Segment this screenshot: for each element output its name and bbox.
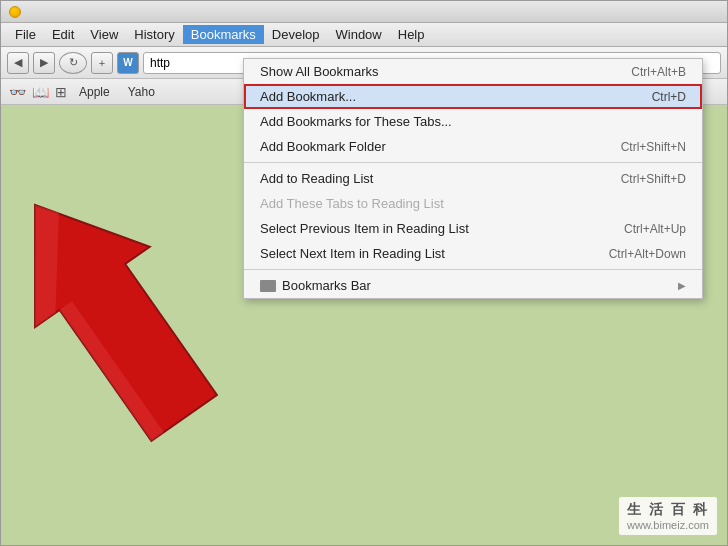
add-bookmark-label: Add Bookmark... — [260, 89, 356, 104]
menu-show-all-bookmarks[interactable]: Show All Bookmarks Ctrl+Alt+B — [244, 59, 702, 84]
select-prev-reading-shortcut: Ctrl+Alt+Up — [624, 222, 686, 236]
watermark-line1: 生 活 百 科 — [627, 501, 709, 519]
menu-add-bookmark[interactable]: Add Bookmark... Ctrl+D — [244, 84, 702, 109]
add-bookmarks-tabs-label: Add Bookmarks for These Tabs... — [260, 114, 452, 129]
menu-history[interactable]: History — [126, 25, 182, 44]
add-reading-list-label: Add to Reading List — [260, 171, 373, 186]
watermark: 生 活 百 科 www.bimeiz.com — [619, 497, 717, 535]
menu-add-bookmarks-tabs[interactable]: Add Bookmarks for These Tabs... — [244, 109, 702, 134]
glasses-icon[interactable]: 👓 — [9, 84, 26, 100]
select-prev-reading-label: Select Previous Item in Reading List — [260, 221, 469, 236]
reading-list-icon[interactable]: 📖 — [32, 84, 49, 100]
show-all-bookmarks-shortcut: Ctrl+Alt+B — [631, 65, 686, 79]
separator-2 — [244, 269, 702, 270]
bookmarks-bar-icon — [260, 280, 276, 292]
menu-bookmarks[interactable]: Bookmarks — [183, 25, 264, 44]
menu-add-tabs-reading-list: Add These Tabs to Reading List — [244, 191, 702, 216]
add-tab-button[interactable]: + — [91, 52, 113, 74]
refresh-button[interactable]: ↻ — [59, 52, 87, 74]
menu-select-prev-reading[interactable]: Select Previous Item in Reading List Ctr… — [244, 216, 702, 241]
menu-add-bookmark-folder[interactable]: Add Bookmark Folder Ctrl+Shift+N — [244, 134, 702, 159]
separator-1 — [244, 162, 702, 163]
watermark-line2: www.bimeiz.com — [627, 519, 709, 531]
select-next-reading-shortcut: Ctrl+Alt+Down — [609, 247, 686, 261]
menu-add-reading-list[interactable]: Add to Reading List Ctrl+Shift+D — [244, 166, 702, 191]
add-tabs-reading-list-label: Add These Tabs to Reading List — [260, 196, 444, 211]
menu-bar: File Edit View History Bookmarks Develop… — [1, 23, 727, 47]
arrow-graphic — [6, 150, 246, 454]
bookmarks-bar-label: Bookmarks Bar — [282, 278, 371, 293]
url-icon: W — [117, 52, 139, 74]
add-bookmark-shortcut: Ctrl+D — [652, 90, 686, 104]
submenu-arrow-icon: ▶ — [678, 280, 686, 291]
bookmarks-dropdown: Show All Bookmarks Ctrl+Alt+B Add Bookma… — [243, 58, 703, 299]
menu-edit[interactable]: Edit — [44, 25, 82, 44]
menu-bookmarks-bar[interactable]: Bookmarks Bar ▶ — [244, 273, 702, 298]
menu-help[interactable]: Help — [390, 25, 433, 44]
menu-window[interactable]: Window — [328, 25, 390, 44]
add-reading-list-shortcut: Ctrl+Shift+D — [621, 172, 686, 186]
traffic-light[interactable] — [9, 6, 21, 18]
select-next-reading-label: Select Next Item in Reading List — [260, 246, 445, 261]
forward-button[interactable]: ▶ — [33, 52, 55, 74]
menu-view[interactable]: View — [82, 25, 126, 44]
browser-window: File Edit View History Bookmarks Develop… — [0, 0, 728, 546]
menu-select-next-reading[interactable]: Select Next Item in Reading List Ctrl+Al… — [244, 241, 702, 266]
title-bar — [1, 1, 727, 23]
menu-file[interactable]: File — [7, 25, 44, 44]
menu-develop[interactable]: Develop — [264, 25, 328, 44]
back-button[interactable]: ◀ — [7, 52, 29, 74]
grid-icon[interactable]: ⊞ — [55, 84, 67, 100]
show-all-bookmarks-label: Show All Bookmarks — [260, 64, 379, 79]
add-bookmark-folder-label: Add Bookmark Folder — [260, 139, 386, 154]
add-bookmark-folder-shortcut: Ctrl+Shift+N — [621, 140, 686, 154]
bookmark-yahoo[interactable]: Yaho — [122, 83, 161, 101]
bookmark-apple[interactable]: Apple — [73, 83, 116, 101]
